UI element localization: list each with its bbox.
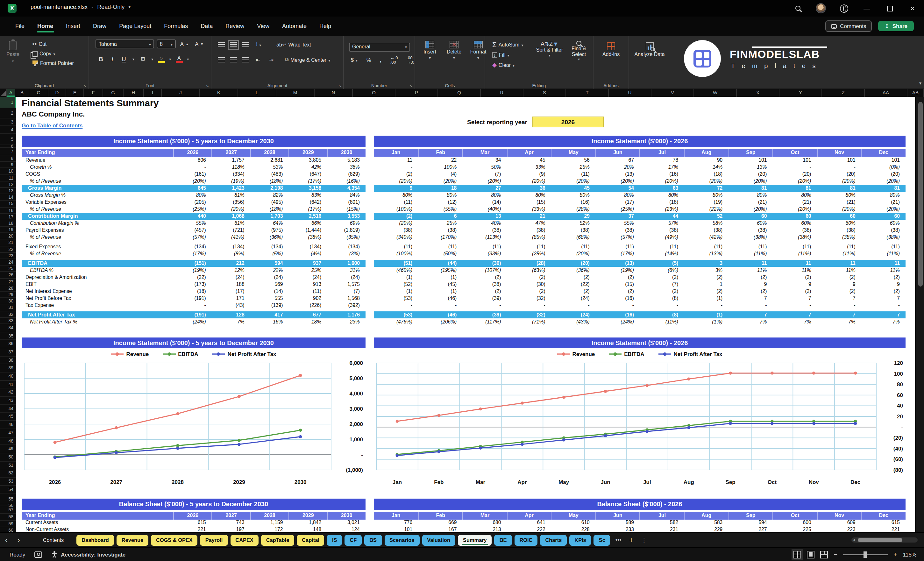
- value-cell[interactable]: 7: [817, 311, 861, 318]
- value-cell[interactable]: (15): [596, 281, 640, 288]
- value-cell[interactable]: (18%): [250, 178, 289, 184]
- value-cell[interactable]: 1,176: [327, 311, 366, 318]
- value-cell[interactable]: 55%: [596, 220, 640, 227]
- value-cell[interactable]: (2): [772, 288, 817, 295]
- value-cell[interactable]: (134): [250, 243, 289, 250]
- value-cell[interactable]: 81: [772, 184, 817, 192]
- value-cell[interactable]: (13%): [684, 250, 728, 257]
- value-cell[interactable]: (1): [374, 288, 418, 295]
- value-cell[interactable]: (20%): [817, 178, 861, 184]
- value-cell[interactable]: 609: [817, 520, 861, 526]
- value-cell[interactable]: (11): [418, 243, 462, 250]
- clear-button[interactable]: ◆Clear▾: [490, 61, 525, 69]
- value-cell[interactable]: 569: [250, 281, 289, 288]
- value-cell[interactable]: 60: [728, 213, 772, 220]
- value-cell[interactable]: 31%: [327, 267, 366, 274]
- row-header-13[interactable]: 13: [0, 188, 16, 194]
- value-cell[interactable]: 45: [507, 157, 551, 164]
- sheet-tab-capex[interactable]: CAPEX: [230, 535, 258, 545]
- row-label-cell[interactable]: COGS: [22, 171, 173, 178]
- sheet-tab-scenarios[interactable]: Scenarios: [384, 535, 419, 545]
- increase-indent-button[interactable]: ⇥: [267, 56, 275, 63]
- value-cell[interactable]: 1,600: [327, 260, 366, 267]
- value-cell[interactable]: (38): [596, 227, 640, 234]
- menu-tab-data[interactable]: Data: [195, 19, 218, 33]
- value-cell[interactable]: (2): [772, 274, 817, 281]
- row-header-19[interactable]: 19: [0, 227, 16, 233]
- row-label-cell[interactable]: Net Profit After Tax %: [22, 318, 173, 326]
- row-header-10[interactable]: 10: [0, 168, 16, 175]
- header-cell-mar[interactable]: Mar: [462, 512, 507, 520]
- value-cell[interactable]: 100%: [418, 164, 462, 171]
- page-break-view-button[interactable]: [820, 550, 828, 558]
- value-cell[interactable]: 1,757: [212, 157, 250, 164]
- value-cell[interactable]: 90: [684, 157, 728, 164]
- header-cell-may[interactable]: May: [551, 149, 596, 157]
- increase-font-button[interactable]: A▲: [178, 39, 191, 48]
- value-cell[interactable]: (2): [374, 213, 418, 220]
- value-cell[interactable]: 124: [327, 526, 366, 532]
- value-cell[interactable]: (5%): [250, 250, 289, 257]
- value-cell[interactable]: (2): [596, 288, 640, 295]
- value-cell[interactable]: 64%: [250, 220, 289, 227]
- value-cell[interactable]: (191): [173, 295, 212, 302]
- row-header-25[interactable]: 25: [0, 266, 16, 272]
- value-cell[interactable]: 60%: [817, 220, 861, 227]
- value-cell[interactable]: 55%: [173, 220, 212, 227]
- value-cell[interactable]: (20%): [173, 178, 212, 184]
- header-cell-jan[interactable]: Jan: [374, 512, 418, 520]
- value-cell[interactable]: 37: [596, 213, 640, 220]
- value-cell[interactable]: 11: [728, 260, 772, 267]
- value-cell[interactable]: (2): [462, 288, 507, 295]
- value-cell[interactable]: (191): [173, 311, 212, 318]
- value-cell[interactable]: 80%: [551, 192, 596, 199]
- value-cell[interactable]: (85%): [507, 234, 551, 241]
- value-cell[interactable]: (32): [507, 311, 551, 318]
- font-dialog-launcher[interactable]: ↘: [206, 83, 209, 88]
- column-header-Z[interactable]: Z: [822, 89, 865, 97]
- row-header-22[interactable]: 22: [0, 246, 16, 252]
- value-cell[interactable]: (24): [327, 274, 366, 281]
- value-cell[interactable]: (28%): [551, 206, 596, 213]
- value-cell[interactable]: (24): [551, 311, 596, 318]
- row-header-31[interactable]: 31: [0, 305, 16, 311]
- value-cell[interactable]: (71%): [507, 318, 551, 326]
- value-cell[interactable]: (57%): [173, 234, 212, 241]
- value-cell[interactable]: 25%: [288, 267, 327, 274]
- value-cell[interactable]: 60%: [861, 220, 906, 227]
- header-cell-aug[interactable]: Aug: [684, 512, 728, 520]
- menu-tab-automate[interactable]: Automate: [276, 19, 312, 33]
- accessibility-status[interactable]: Accessibility: Investigate: [51, 551, 126, 558]
- value-cell[interactable]: (43%): [551, 318, 596, 326]
- sheet-tab-cf[interactable]: CF: [345, 535, 362, 545]
- value-cell[interactable]: (721): [212, 227, 250, 234]
- value-cell[interactable]: 7: [772, 311, 817, 318]
- value-cell[interactable]: (476%): [374, 318, 418, 326]
- tab-scroll-right[interactable]: ›: [12, 536, 25, 544]
- value-cell[interactable]: (55%): [418, 206, 462, 213]
- value-cell[interactable]: (20%): [374, 178, 418, 184]
- value-cell[interactable]: 188: [212, 281, 250, 288]
- value-cell[interactable]: 9: [374, 184, 418, 192]
- font-color-button[interactable]: A: [176, 56, 183, 62]
- value-cell[interactable]: (20): [772, 171, 817, 178]
- value-cell[interactable]: (38): [684, 227, 728, 234]
- value-cell[interactable]: 118%: [212, 164, 250, 171]
- increase-decimal-button[interactable]: ←.0.00: [388, 55, 400, 65]
- header-cell-2026[interactable]: 2026: [173, 512, 212, 520]
- row-header-1[interactable]: 1: [0, 97, 16, 108]
- row-label-cell[interactable]: Non-Current Assets: [22, 526, 173, 532]
- select-all-corner[interactable]: [0, 89, 7, 97]
- scroll-left-arrow[interactable]: ◂: [851, 537, 855, 543]
- value-cell[interactable]: 7%: [212, 318, 250, 326]
- value-cell[interactable]: 36%: [327, 164, 366, 171]
- value-cell[interactable]: 937: [288, 260, 327, 267]
- header-cell-apr[interactable]: Apr: [507, 512, 551, 520]
- value-cell[interactable]: (12): [418, 199, 462, 206]
- menu-tab-view[interactable]: View: [251, 19, 275, 33]
- analyze-data-button[interactable]: Analyze Data: [629, 42, 670, 57]
- value-cell[interactable]: 9: [728, 281, 772, 288]
- value-cell[interactable]: (21): [772, 199, 817, 206]
- value-cell[interactable]: 11%: [728, 267, 772, 274]
- value-cell[interactable]: 5,183: [327, 157, 366, 164]
